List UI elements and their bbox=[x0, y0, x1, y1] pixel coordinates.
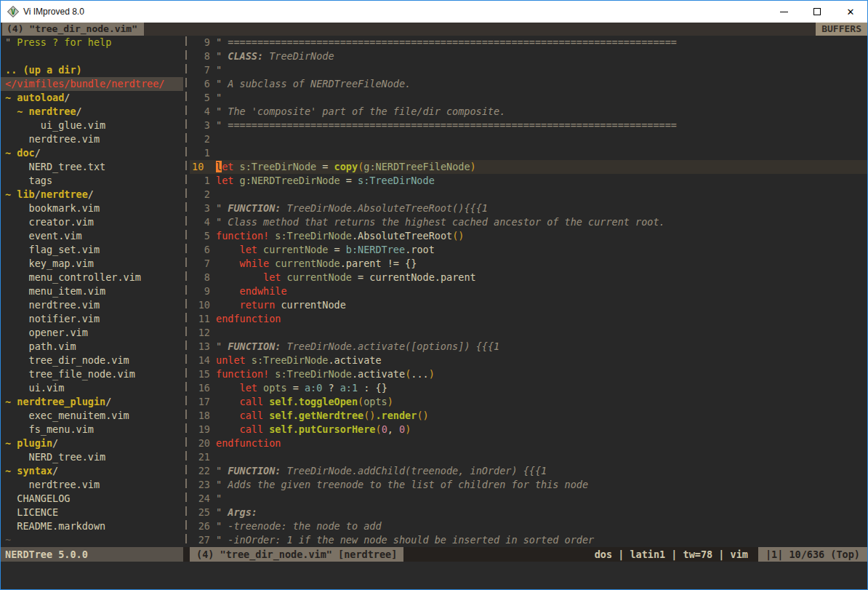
code-line[interactable]: 20endfunction bbox=[190, 436, 867, 450]
code-line[interactable]: 22" FUNCTION: TreeDirNode.addChild(treen… bbox=[190, 464, 867, 478]
tree-item[interactable]: .. (up a dir) bbox=[1, 63, 183, 77]
code-text: " -treenode: the node to add bbox=[212, 519, 382, 533]
tree-item[interactable]: tags bbox=[1, 174, 183, 188]
code-text: let g:NERDTreeDirNode = s:TreeDirNode bbox=[212, 174, 435, 188]
command-line[interactable] bbox=[1, 562, 867, 589]
code-line[interactable]: 2 bbox=[190, 132, 867, 146]
code-line[interactable]: 14unlet s:TreeDirNode.activate bbox=[190, 354, 867, 367]
code-line-current[interactable]: 10let s:TreeDirNode = copy(g:NERDTreeFil… bbox=[190, 160, 867, 174]
tree-item[interactable]: NERD_tree.vim bbox=[1, 450, 183, 464]
code-line[interactable]: 24" bbox=[190, 492, 867, 506]
code-line[interactable]: 9 endwhile bbox=[190, 284, 867, 298]
code-line[interactable]: 27" -inOrder: 1 if the new node should b… bbox=[190, 533, 867, 547]
tree-item[interactable]: LICENCE bbox=[1, 506, 183, 519]
tree-item[interactable]: flag_set.vim bbox=[1, 243, 183, 257]
code-line[interactable]: 6 let currentNode = b:NERDTree.root bbox=[190, 243, 867, 257]
tree-item[interactable]: ~ plugin/ bbox=[1, 436, 183, 450]
tree-item[interactable]: NERD_tree.txt bbox=[1, 160, 183, 174]
code-line[interactable]: 13" FUNCTION: TreeDirNode.activate([opti… bbox=[190, 340, 867, 354]
tree-item[interactable]: </vimfiles/bundle/nerdtree/ bbox=[1, 77, 183, 91]
tree-item[interactable]: ~ nerdtree_plugin/ bbox=[1, 395, 183, 409]
tree-item[interactable]: ui.vim bbox=[1, 381, 183, 395]
code-line[interactable]: 12 bbox=[190, 326, 867, 340]
code-line[interactable]: 16 let opts = a:0 ? a:1 : {} bbox=[190, 381, 867, 395]
code-line[interactable]: 8" CLASS: TreeDirNode bbox=[190, 49, 867, 63]
code-token: " bbox=[216, 465, 228, 477]
code-line[interactable]: 9" =====================================… bbox=[190, 36, 867, 49]
code-text: " bbox=[212, 63, 222, 77]
tree-item[interactable] bbox=[1, 49, 183, 63]
code-text bbox=[212, 188, 216, 202]
code-line[interactable]: 25" Args: bbox=[190, 506, 867, 519]
tree-item[interactable]: ~ syntax/ bbox=[1, 464, 183, 478]
code-line[interactable]: 15function! s:TreeDirNode.activate(...) bbox=[190, 367, 867, 381]
tree-item[interactable]: event.vim bbox=[1, 229, 183, 243]
window-separator[interactable] bbox=[183, 36, 190, 547]
code-token: menu_item.vim bbox=[5, 285, 105, 297]
code-line[interactable]: 7 while currentNode.parent != {} bbox=[190, 257, 867, 271]
code-line[interactable]: 1 bbox=[190, 146, 867, 160]
tree-item[interactable]: menu_controller.vim bbox=[1, 271, 183, 284]
tree-item[interactable]: nerdtree.vim bbox=[1, 132, 183, 146]
nerdtree-panel[interactable]: " Press ? for help.. (up a dir)</vimfile… bbox=[1, 36, 183, 547]
code-token: call bbox=[240, 410, 264, 421]
tree-item[interactable]: ~ doc/ bbox=[1, 146, 183, 160]
minimize-button[interactable] bbox=[767, 1, 800, 23]
tree-item[interactable]: tree_dir_node.vim bbox=[1, 354, 183, 367]
tree-item[interactable]: ~ lib/nerdtree/ bbox=[1, 188, 183, 202]
code-line[interactable]: 11endfunction bbox=[190, 312, 867, 326]
code-token: ui_glue.vim bbox=[5, 119, 105, 131]
code-line[interactable]: 19 call self.putCursorHere(0, 0) bbox=[190, 423, 867, 436]
code-line[interactable]: 4" The 'composite' part of the file/dir … bbox=[190, 105, 867, 119]
tree-item[interactable]: README.markdown bbox=[1, 519, 183, 533]
line-number: 9 bbox=[190, 36, 212, 49]
tree-item[interactable]: key_map.vim bbox=[1, 257, 183, 271]
tree-item[interactable]: bookmark.vim bbox=[1, 202, 183, 215]
maximize-button[interactable] bbox=[800, 1, 834, 23]
close-button[interactable]: ✕ bbox=[834, 1, 867, 23]
code-token: Args: bbox=[228, 506, 257, 518]
code-line[interactable]: 10 return currentNode bbox=[190, 298, 867, 312]
code-line[interactable]: 4" Class method that returns the highest… bbox=[190, 215, 867, 229]
code-panel[interactable]: 9" =====================================… bbox=[190, 36, 867, 547]
tree-item[interactable]: ui_glue.vim bbox=[1, 119, 183, 132]
code-token: .render bbox=[375, 410, 417, 421]
tree-item[interactable]: notifier.vim bbox=[1, 312, 183, 326]
tree-item[interactable]: exec_menuitem.vim bbox=[1, 409, 183, 423]
code-line[interactable]: 3" =====================================… bbox=[190, 119, 867, 132]
tree-item[interactable]: fs_menu.vim bbox=[1, 423, 183, 436]
tree-item[interactable]: " Press ? for help bbox=[1, 36, 183, 49]
code-line[interactable]: 18 call self.getNerdtree().render() bbox=[190, 409, 867, 423]
code-line[interactable]: 21 bbox=[190, 450, 867, 464]
tree-item[interactable]: nerdtree.vim bbox=[1, 478, 183, 492]
code-line[interactable]: 7" bbox=[190, 63, 867, 77]
tree-item[interactable]: ~ bbox=[1, 533, 183, 547]
line-number: 6 bbox=[190, 243, 212, 257]
line-number: 10 bbox=[190, 160, 212, 174]
code-line[interactable]: 1let g:NERDTreeDirNode = s:TreeDirNode bbox=[190, 174, 867, 188]
tree-item[interactable]: menu_item.vim bbox=[1, 284, 183, 298]
code-line[interactable]: 5" bbox=[190, 91, 867, 105]
code-line[interactable]: 26" -treenode: the node to add bbox=[190, 519, 867, 533]
code-line[interactable]: 5function! s:TreeDirNode.AbsoluteTreeRoo… bbox=[190, 229, 867, 243]
code-line[interactable]: 8 let currentNode = currentNode.parent bbox=[190, 271, 867, 284]
code-token: = bbox=[328, 244, 345, 255]
code-token: tree_dir_node.vim bbox=[5, 354, 129, 366]
buffers-label[interactable]: BUFFERS bbox=[816, 23, 867, 36]
code-line[interactable]: 2 bbox=[190, 188, 867, 202]
code-line[interactable]: 23" Adds the given treenode to the list … bbox=[190, 478, 867, 492]
code-line[interactable]: 6" A subclass of NERDTreeFileNode. bbox=[190, 77, 867, 91]
code-line[interactable]: 17 call self.toggleOpen(opts) bbox=[190, 395, 867, 409]
tree-item[interactable]: CHANGELOG bbox=[1, 492, 183, 506]
tab-tree-dir-node[interactable]: (4) "tree_dir_node.vim" bbox=[2, 23, 144, 36]
tree-item[interactable]: ~ autoload/ bbox=[1, 91, 183, 105]
code-token: s:TreeDirNode bbox=[252, 354, 329, 366]
tree-item[interactable]: nerdtree.vim bbox=[1, 298, 183, 312]
tree-item[interactable]: ~ nerdtree/ bbox=[1, 105, 183, 119]
tree-item[interactable]: opener.vim bbox=[1, 326, 183, 340]
tree-item[interactable]: path.vim bbox=[1, 340, 183, 354]
code-line[interactable]: 3" FUNCTION: TreeDirNode.AbsoluteTreeRoo… bbox=[190, 202, 867, 215]
tree-item[interactable]: tree_file_node.vim bbox=[1, 367, 183, 381]
line-number: 1 bbox=[190, 174, 212, 188]
tree-item[interactable]: creator.vim bbox=[1, 215, 183, 229]
